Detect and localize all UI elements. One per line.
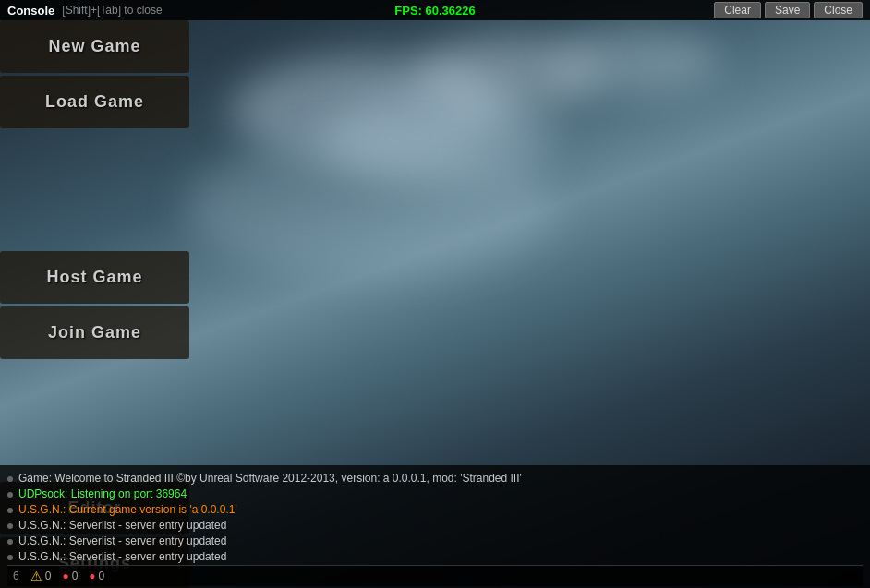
new-game-button[interactable]: New Game xyxy=(0,20,189,73)
log-panel: Game: Welcome to Stranded III ©by Unreal… xyxy=(0,465,870,588)
log-dot-icon xyxy=(7,539,13,545)
err2-badge: ● 0 xyxy=(89,570,104,582)
log-line-text: Game: Welcome to Stranded III ©by Unreal… xyxy=(18,471,522,486)
log-count: 6 xyxy=(13,570,19,582)
log-dot-icon xyxy=(7,508,13,513)
log-line-text: U.S.G.N.: Serverlist - server entry upda… xyxy=(18,549,226,565)
status-bar: 6 ⚠ 0 ● 0 ● 0 xyxy=(7,565,863,586)
log-line: Game: Welcome to Stranded III ©by Unreal… xyxy=(7,471,863,486)
err2-count: 0 xyxy=(99,570,105,582)
console-bar: Console [Shift]+[Tab] to close FPS: 60.3… xyxy=(0,0,870,20)
log-line-text: U.S.G.N.: Serverlist - server entry upda… xyxy=(18,518,226,534)
log-dot-icon xyxy=(7,555,13,560)
save-button[interactable]: Save xyxy=(765,2,810,18)
log-dot-icon xyxy=(7,492,13,498)
err1-badge: ● 0 xyxy=(62,570,78,582)
warn-icon: ⚠ xyxy=(30,569,42,583)
log-line: UDPsock: Listening on port 36964 xyxy=(7,486,863,502)
console-left-section: Console [Shift]+[Tab] to close xyxy=(7,4,163,18)
console-buttons: Clear Save Close xyxy=(714,2,863,18)
err2-icon: ● xyxy=(89,570,95,582)
log-line: U.S.G.N.: Serverlist - server entry upda… xyxy=(7,549,863,565)
clear-button[interactable]: Clear xyxy=(714,2,761,18)
log-lines-container: Game: Welcome to Stranded III ©by Unreal… xyxy=(7,471,863,565)
err1-icon: ● xyxy=(62,570,68,582)
menu-spacer-1 xyxy=(0,131,194,251)
warn-badge: ⚠ 0 xyxy=(30,569,52,583)
log-line: U.S.G.N.: Serverlist - server entry upda… xyxy=(7,518,863,534)
cloud-4 xyxy=(554,28,720,92)
log-dot-icon xyxy=(7,523,13,529)
console-title: Console xyxy=(7,4,54,18)
log-line: U.S.G.N.: Serverlist - server entry upda… xyxy=(7,534,863,549)
cloud-5 xyxy=(185,138,554,277)
warn-count: 0 xyxy=(45,570,52,582)
host-game-button[interactable]: Host Game xyxy=(0,251,189,304)
close-button[interactable]: Close xyxy=(814,2,863,18)
log-line: U.S.G.N.: Current game version is 'a 0.0… xyxy=(7,502,863,518)
err1-count: 0 xyxy=(72,570,79,582)
log-line-text: U.S.G.N.: Serverlist - server entry upda… xyxy=(18,534,226,549)
console-hint: [Shift]+[Tab] to close xyxy=(62,4,162,17)
load-game-button[interactable]: Load Game xyxy=(0,76,189,128)
log-line-text: U.S.G.N.: Current game version is 'a 0.0… xyxy=(18,502,237,518)
join-game-button[interactable]: Join Game xyxy=(0,306,189,359)
fps-display: FPS: 60.36226 xyxy=(394,4,475,18)
log-dot-icon xyxy=(7,476,13,482)
menu-spacer-2 xyxy=(0,362,194,482)
log-line-text: UDPsock: Listening on port 36964 xyxy=(18,486,187,502)
